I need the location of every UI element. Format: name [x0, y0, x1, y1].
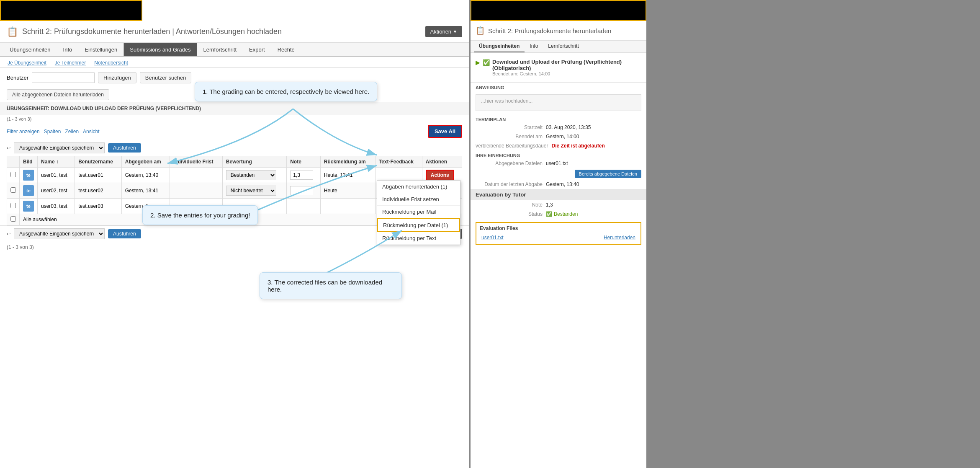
rp-title: Schritt 2: Prüfungsdokumente herunterlad…: [488, 27, 611, 34]
avatar-row3: te: [23, 201, 34, 212]
row2-checkbox[interactable]: [10, 187, 16, 193]
subtab-je-ubungseinheit[interactable]: Je Übungseinheit: [3, 58, 51, 67]
dropdown-item-0[interactable]: Abgaben herunterladen (1): [377, 181, 460, 193]
col-rueckmeldung: Rückmeldung am: [320, 156, 375, 168]
col-bild: Bild: [20, 156, 38, 168]
rp-abgegebene-value: user01.txt: [546, 160, 568, 166]
rp-file-row: user01.txt Herunterladen: [480, 234, 637, 241]
tooltip-1: 1. The grading can be entered, respectiv…: [195, 82, 377, 101]
bewertung-select-row2[interactable]: Nicht bewertet: [226, 186, 276, 196]
rp-file-name[interactable]: user01.txt: [481, 235, 504, 240]
rp-abgabe-button[interactable]: Bereits abgegebene Dateien: [575, 170, 641, 178]
filter-anzeigen-link[interactable]: Filter anzeigen: [7, 129, 40, 134]
rp-terminplan-title: TERMINPLAN: [471, 114, 646, 123]
check-icon: ▶: [476, 59, 480, 66]
frist-row1: [170, 168, 223, 183]
action-select-bottom[interactable]: Ausgewählte Eingaben speichern: [14, 228, 105, 239]
tab-einstellungen[interactable]: Einstellungen: [78, 43, 123, 57]
ansicht-link[interactable]: Ansicht: [83, 129, 99, 134]
subtabs-bar: Je Übungseinheit Je Teilnehmer Notenüber…: [0, 57, 469, 68]
subtab-je-teilnehmer[interactable]: Je Teilnehmer: [51, 58, 90, 67]
abgegeben-row2: Gestern, 13:41: [121, 183, 170, 199]
rp-anweisung-title: ANWEISUNG: [471, 83, 646, 91]
col-feedback: Text-Feedback: [375, 156, 422, 168]
tooltip-1-text: 1. The grading can be entered, respectiv…: [203, 88, 369, 95]
dropdown-item-3[interactable]: Rückmeldung per Datei (1): [377, 218, 460, 232]
rp-exercise-item: ▶ ✅ Download und Upload der Prüfung (Ver…: [476, 56, 641, 79]
hinzufugen-button[interactable]: Hinzufügen: [98, 72, 136, 83]
ausfuhren-button-bottom[interactable]: Ausführen: [108, 229, 141, 238]
check-status-icon: ✅: [546, 211, 552, 217]
col-abgegeben: Abgegeben am: [121, 156, 170, 168]
rueckmeldung-row1: Heute, 13:41: [320, 168, 375, 183]
note-input-row2[interactable]: [290, 186, 313, 195]
rp-status-value: ✅ Bestanden: [546, 211, 578, 217]
username-row1: test.user01: [75, 168, 122, 183]
rp-datum-value: Gestern, 13:40: [546, 181, 579, 187]
check-green-icon: ✅: [483, 59, 490, 66]
tab-export[interactable]: Export: [243, 43, 271, 57]
ausfuhren-button-top[interactable]: Ausführen: [108, 143, 141, 153]
tooltip-3-text: 3. The corrected files can be downloaded…: [268, 279, 382, 293]
rp-bearbeitungsdauer-label: verbleibende Bearbeitungsdauer: [476, 143, 548, 149]
dropdown-menu: Abgaben herunterladen (1) Individuelle F…: [377, 180, 460, 245]
tab-ubungseinheiten[interactable]: Übungseinheiten: [3, 43, 57, 57]
rp-startzeit-label: Startzeit: [476, 124, 543, 130]
subtab-notenuebersicht[interactable]: Notenübersicht: [90, 58, 132, 67]
download-all-button[interactable]: Alle abgegebenen Dateien herunterladen: [7, 89, 109, 100]
actions-button-row1[interactable]: Actions: [426, 170, 454, 181]
arrow-icon: ↩: [7, 145, 10, 151]
dropdown-item-1[interactable]: Individuelle Frist setzen: [377, 193, 460, 206]
tab-rechte[interactable]: Rechte: [271, 43, 301, 57]
tab-info[interactable]: Info: [57, 43, 79, 57]
black-header-right: [471, 0, 646, 21]
note-input-row1[interactable]: [290, 171, 313, 180]
tooltip-2: 2. Save the entries for your grading!: [142, 205, 258, 225]
spalten-link[interactable]: Spalten: [44, 129, 61, 134]
dropdown-item-4[interactable]: Rückmeldung per Text: [377, 232, 460, 245]
benutzer-suchen-button[interactable]: Benutzer suchen: [140, 72, 192, 83]
dropdown-item-2[interactable]: Rückmeldung per Mail: [377, 206, 460, 218]
alle-auswahlen-checkbox[interactable]: [10, 216, 16, 222]
name-row2: user02, test: [38, 183, 75, 199]
name-row1: user01, test: [38, 168, 75, 183]
rueckmeldung-row3: [320, 199, 375, 214]
username-row3: test.user03: [75, 199, 122, 214]
rp-eval-files-title: Evaluation Files: [480, 225, 637, 231]
page-title-bar: 📋 Schritt 2: Prüfungsdokumente herunterl…: [0, 21, 469, 43]
rp-title-bar: 📋 Schritt 2: Prüfungsdokumente herunterl…: [471, 21, 646, 41]
col-aktionen: Aktionen: [422, 156, 462, 168]
rp-exercise-section: ▶ ✅ Download und Upload der Prüfung (Ver…: [471, 53, 646, 83]
rp-status-label: Status: [476, 211, 543, 217]
col-benutzername: Benutzername: [75, 156, 122, 168]
avatar-row2: te: [23, 185, 34, 196]
rp-startzeit-value: 03. Aug 2020, 13:35: [546, 124, 591, 130]
bewertung-select-row1[interactable]: Bestanden: [226, 170, 276, 180]
rp-tab-ubungseinheiten[interactable]: Übungseinheiten: [474, 41, 525, 52]
tab-lernfortschritt[interactable]: Lernfortschritt: [197, 43, 243, 57]
tab-submissions-grades[interactable]: Submissions and Grades: [123, 43, 197, 57]
rp-bearbeitungsdauer-value: Die Zeit ist abgelaufen: [551, 143, 604, 149]
action-select-top[interactable]: Ausgewählte Eingaben speichern: [14, 142, 105, 153]
rp-ihre-einreichung-title: IHRE EINREICHUNG: [471, 150, 646, 159]
name-row3: user03, test: [38, 199, 75, 214]
rp-tab-lernfortschritt[interactable]: Lernfortschritt: [543, 41, 584, 52]
section-header: ÜBUNGSEINHEIT: DOWNLOAD UND UPLOAD DER P…: [0, 102, 469, 115]
rp-tab-info[interactable]: Info: [525, 41, 543, 52]
avatar-row1: te: [23, 170, 34, 181]
rp-file-action[interactable]: Herunterladen: [604, 235, 635, 240]
save-all-button[interactable]: Save All: [428, 125, 462, 138]
rp-bearbeitungsdauer-row: verbleibende Bearbeitungsdauer Die Zeit …: [471, 141, 646, 150]
row3-checkbox[interactable]: [10, 203, 16, 208]
abgegeben-row1: Gestern, 13:40: [121, 168, 170, 183]
zeilen-link[interactable]: Zeilen: [65, 129, 79, 134]
aktionen-button[interactable]: Aktionen: [425, 26, 463, 37]
username-row2: test.user02: [75, 183, 122, 199]
rp-note-row: Note 1,3: [471, 200, 646, 209]
user-input[interactable]: [32, 72, 95, 83]
col-note: Note: [287, 156, 321, 168]
right-panel: 📋 Schritt 2: Prüfungsdokumente herunterl…: [471, 0, 646, 468]
row1-checkbox[interactable]: [10, 172, 16, 177]
col-name[interactable]: Name ↑: [38, 156, 75, 168]
tabs-bar: Übungseinheiten Info Einstellungen Submi…: [0, 43, 469, 57]
